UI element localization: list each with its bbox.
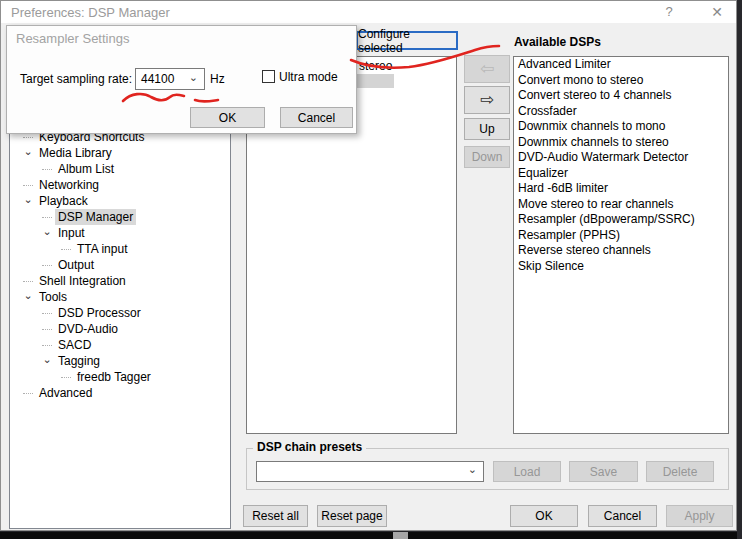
taskbar-fragment (393, 532, 408, 539)
cancel-button[interactable]: Cancel (588, 505, 657, 527)
active-dsp-item-fragment[interactable]: stereo (359, 59, 392, 73)
window-title: Preferences: DSP Manager (11, 5, 170, 20)
sampling-rate-combobox[interactable]: 44100 ⌄ (135, 68, 205, 90)
tree-connector (39, 345, 55, 346)
help-icon[interactable]: ? (653, 1, 685, 23)
save-button[interactable]: Save (569, 461, 638, 482)
tree-item-tta-input[interactable]: TTA input (10, 241, 230, 257)
configure-selected-button[interactable]: Configure selected (356, 31, 458, 50)
list-item[interactable]: Reverse stereo channels (514, 243, 728, 259)
tree-connector (39, 217, 55, 218)
tree-item-label[interactable]: Shell Integration (36, 273, 129, 289)
delete-button[interactable]: Delete (646, 461, 714, 482)
move-up-button[interactable]: Up (464, 118, 510, 140)
tree-item-label[interactable]: Input (55, 225, 88, 241)
presets-combobox[interactable]: ⌄ (256, 461, 484, 482)
tree-item-label[interactable]: Playback (36, 193, 91, 209)
target-sampling-rate-label: Target sampling rate: (20, 72, 132, 86)
tree-connector (39, 313, 55, 314)
tree-item-dvd-audio[interactable]: DVD-Audio (10, 321, 230, 337)
tree-item-advanced[interactable]: Advanced (10, 385, 230, 401)
reset-all-button[interactable]: Reset all (243, 505, 308, 527)
dialog-title: Resampler Settings (16, 31, 129, 46)
list-item[interactable]: Crossfader (514, 104, 728, 120)
chevron-down-icon[interactable]: ⌄ (20, 194, 36, 204)
dialog-ok-button[interactable]: OK (190, 107, 265, 128)
load-button[interactable]: Load (493, 461, 561, 482)
tree-item-label[interactable]: DSD Processor (55, 305, 144, 321)
chevron-down-icon: ⌄ (189, 71, 198, 84)
tree-item-label[interactable]: Tools (36, 289, 70, 305)
dsp-chain-presets-label: DSP chain presets (253, 440, 366, 454)
list-item[interactable]: DVD-Audio Watermark Detector (514, 150, 728, 166)
tree-item-input[interactable]: ⌄Input (10, 225, 230, 241)
list-item[interactable]: Advanced Limiter (514, 57, 728, 73)
ultra-mode-checkbox[interactable] (262, 70, 275, 83)
tree-item-label[interactable]: Album List (55, 161, 117, 177)
arrow-left-icon: ⇦ (480, 60, 494, 77)
list-item[interactable]: Move stereo to rear channels (514, 197, 728, 213)
tree-item-output[interactable]: Output (10, 257, 230, 273)
tree-item-label[interactable]: DVD-Audio (55, 321, 121, 337)
tree-item-label[interactable]: freedb Tagger (74, 369, 154, 385)
arrow-right-icon: ⇨ (480, 91, 494, 108)
dialog-cancel-button[interactable]: Cancel (280, 107, 353, 128)
chevron-down-icon[interactable]: ⌄ (39, 354, 55, 364)
tree-item-tools[interactable]: ⌄Tools (10, 289, 230, 305)
chevron-down-icon[interactable]: ⌄ (39, 226, 55, 236)
list-item[interactable]: Convert mono to stereo (514, 73, 728, 89)
tree-item-tagging[interactable]: ⌄Tagging (10, 353, 230, 369)
list-item[interactable]: Equalizer (514, 166, 728, 182)
tree-item-networking[interactable]: Networking (10, 177, 230, 193)
move-to-active-button[interactable]: ⇦ (464, 55, 510, 83)
list-item[interactable]: Hard -6dB limiter (514, 181, 728, 197)
preferences-window: Preferences: DSP Manager ? ✕ Keyboard Sh… (0, 0, 737, 531)
tree-item-label[interactable]: Output (55, 257, 97, 273)
chevron-down-icon[interactable]: ⌄ (20, 290, 36, 300)
tree-connector (20, 393, 36, 394)
tree-connector (58, 249, 74, 250)
preferences-tree: Keyboard Shortcuts⌄Media LibraryAlbum Li… (10, 129, 230, 401)
tree-connector (58, 377, 74, 378)
resampler-settings-dialog: Resampler Settings Target sampling rate:… (6, 25, 357, 134)
tree-connector (20, 137, 36, 138)
chevron-down-icon: ⌄ (468, 463, 477, 476)
reset-page-button[interactable]: Reset page (317, 505, 387, 527)
close-icon[interactable]: ✕ (701, 1, 733, 23)
available-dsps-list[interactable]: Advanced LimiterConvert mono to stereoCo… (513, 56, 729, 434)
ok-button[interactable]: OK (510, 505, 578, 527)
bottom-screen-edge (0, 532, 742, 539)
tree-item-label[interactable]: Tagging (55, 353, 103, 369)
tree-item-label[interactable]: SACD (55, 337, 94, 353)
list-item[interactable]: Resampler (dBpoweramp/SSRC) (514, 212, 728, 228)
titlebar: Preferences: DSP Manager ? ✕ (1, 1, 736, 23)
apply-button[interactable]: Apply (666, 505, 733, 527)
tree-connector (39, 329, 55, 330)
tree-connector (39, 169, 55, 170)
tree-item-freedb-tagger[interactable]: freedb Tagger (10, 369, 230, 385)
list-item[interactable]: Convert stereo to 4 channels (514, 88, 728, 104)
tree-item-label[interactable]: Advanced (36, 385, 95, 401)
tree-item-dsp-manager[interactable]: DSP Manager (10, 209, 230, 225)
tree-item-label[interactable]: DSP Manager (55, 209, 136, 225)
move-to-available-button[interactable]: ⇨ (464, 86, 510, 114)
tree-item-dsd-processor[interactable]: DSD Processor (10, 305, 230, 321)
tree-item-album-list[interactable]: Album List (10, 161, 230, 177)
chevron-down-icon[interactable]: ⌄ (20, 146, 36, 156)
tree-item-sacd[interactable]: SACD (10, 337, 230, 353)
list-item[interactable]: Downmix channels to mono (514, 119, 728, 135)
tree-item-shell-integration[interactable]: Shell Integration (10, 273, 230, 289)
sampling-rate-value: 44100 (141, 72, 174, 86)
list-item[interactable]: Downmix channels to stereo (514, 135, 728, 151)
tree-item-playback[interactable]: ⌄Playback (10, 193, 230, 209)
hz-unit-label: Hz (210, 72, 225, 86)
move-down-button[interactable]: Down (464, 146, 510, 168)
tree-item-media-library[interactable]: ⌄Media Library (10, 145, 230, 161)
list-item[interactable]: Resampler (PPHS) (514, 228, 728, 244)
tree-item-label[interactable]: Media Library (36, 145, 115, 161)
list-item[interactable]: Skip Silence (514, 259, 728, 275)
tree-connector (20, 185, 36, 186)
tree-item-label[interactable]: Networking (36, 177, 102, 193)
right-screen-edge (737, 0, 742, 539)
tree-item-label[interactable]: TTA input (74, 241, 130, 257)
